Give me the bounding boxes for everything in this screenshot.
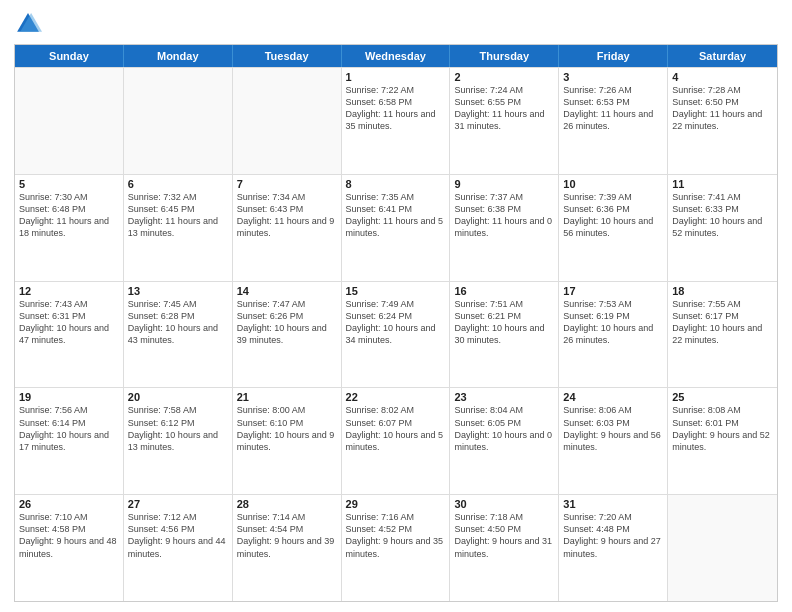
cell-info: Sunrise: 7:58 AM Sunset: 6:12 PM Dayligh… [128, 404, 228, 453]
calendar-cell: 8Sunrise: 7:35 AM Sunset: 6:41 PM Daylig… [342, 175, 451, 281]
day-number: 24 [563, 391, 663, 403]
cell-info: Sunrise: 7:18 AM Sunset: 4:50 PM Dayligh… [454, 511, 554, 560]
cell-info: Sunrise: 7:32 AM Sunset: 6:45 PM Dayligh… [128, 191, 228, 240]
day-number: 20 [128, 391, 228, 403]
calendar-cell: 21Sunrise: 8:00 AM Sunset: 6:10 PM Dayli… [233, 388, 342, 494]
cell-info: Sunrise: 8:08 AM Sunset: 6:01 PM Dayligh… [672, 404, 773, 453]
day-number: 3 [563, 71, 663, 83]
day-number: 5 [19, 178, 119, 190]
calendar-cell: 20Sunrise: 7:58 AM Sunset: 6:12 PM Dayli… [124, 388, 233, 494]
calendar-cell: 2Sunrise: 7:24 AM Sunset: 6:55 PM Daylig… [450, 68, 559, 174]
header-cell-monday: Monday [124, 45, 233, 67]
calendar-cell: 23Sunrise: 8:04 AM Sunset: 6:05 PM Dayli… [450, 388, 559, 494]
day-number: 25 [672, 391, 773, 403]
day-number: 22 [346, 391, 446, 403]
calendar-cell: 28Sunrise: 7:14 AM Sunset: 4:54 PM Dayli… [233, 495, 342, 601]
day-number: 8 [346, 178, 446, 190]
page: SundayMondayTuesdayWednesdayThursdayFrid… [0, 0, 792, 612]
day-number: 23 [454, 391, 554, 403]
calendar-row-1: 1Sunrise: 7:22 AM Sunset: 6:58 PM Daylig… [15, 67, 777, 174]
calendar-cell: 10Sunrise: 7:39 AM Sunset: 6:36 PM Dayli… [559, 175, 668, 281]
logo-icon [14, 10, 42, 38]
calendar-cell [668, 495, 777, 601]
header-cell-tuesday: Tuesday [233, 45, 342, 67]
calendar-cell: 15Sunrise: 7:49 AM Sunset: 6:24 PM Dayli… [342, 282, 451, 388]
header-cell-thursday: Thursday [450, 45, 559, 67]
cell-info: Sunrise: 7:51 AM Sunset: 6:21 PM Dayligh… [454, 298, 554, 347]
cell-info: Sunrise: 7:24 AM Sunset: 6:55 PM Dayligh… [454, 84, 554, 133]
cell-info: Sunrise: 7:41 AM Sunset: 6:33 PM Dayligh… [672, 191, 773, 240]
calendar-cell: 18Sunrise: 7:55 AM Sunset: 6:17 PM Dayli… [668, 282, 777, 388]
cell-info: Sunrise: 7:20 AM Sunset: 4:48 PM Dayligh… [563, 511, 663, 560]
cell-info: Sunrise: 8:02 AM Sunset: 6:07 PM Dayligh… [346, 404, 446, 453]
calendar-header: SundayMondayTuesdayWednesdayThursdayFrid… [15, 45, 777, 67]
cell-info: Sunrise: 7:10 AM Sunset: 4:58 PM Dayligh… [19, 511, 119, 560]
cell-info: Sunrise: 7:26 AM Sunset: 6:53 PM Dayligh… [563, 84, 663, 133]
cell-info: Sunrise: 7:49 AM Sunset: 6:24 PM Dayligh… [346, 298, 446, 347]
day-number: 10 [563, 178, 663, 190]
calendar-cell [124, 68, 233, 174]
cell-info: Sunrise: 7:14 AM Sunset: 4:54 PM Dayligh… [237, 511, 337, 560]
calendar-cell: 17Sunrise: 7:53 AM Sunset: 6:19 PM Dayli… [559, 282, 668, 388]
calendar-cell: 7Sunrise: 7:34 AM Sunset: 6:43 PM Daylig… [233, 175, 342, 281]
cell-info: Sunrise: 7:12 AM Sunset: 4:56 PM Dayligh… [128, 511, 228, 560]
calendar-cell: 13Sunrise: 7:45 AM Sunset: 6:28 PM Dayli… [124, 282, 233, 388]
day-number: 1 [346, 71, 446, 83]
cell-info: Sunrise: 7:39 AM Sunset: 6:36 PM Dayligh… [563, 191, 663, 240]
day-number: 19 [19, 391, 119, 403]
calendar-row-4: 19Sunrise: 7:56 AM Sunset: 6:14 PM Dayli… [15, 387, 777, 494]
day-number: 7 [237, 178, 337, 190]
day-number: 28 [237, 498, 337, 510]
cell-info: Sunrise: 7:56 AM Sunset: 6:14 PM Dayligh… [19, 404, 119, 453]
day-number: 16 [454, 285, 554, 297]
calendar-cell [15, 68, 124, 174]
calendar-cell: 12Sunrise: 7:43 AM Sunset: 6:31 PM Dayli… [15, 282, 124, 388]
header-cell-saturday: Saturday [668, 45, 777, 67]
calendar-cell [233, 68, 342, 174]
header-cell-wednesday: Wednesday [342, 45, 451, 67]
day-number: 13 [128, 285, 228, 297]
cell-info: Sunrise: 7:34 AM Sunset: 6:43 PM Dayligh… [237, 191, 337, 240]
cell-info: Sunrise: 7:35 AM Sunset: 6:41 PM Dayligh… [346, 191, 446, 240]
calendar-cell: 22Sunrise: 8:02 AM Sunset: 6:07 PM Dayli… [342, 388, 451, 494]
calendar-cell: 11Sunrise: 7:41 AM Sunset: 6:33 PM Dayli… [668, 175, 777, 281]
day-number: 9 [454, 178, 554, 190]
day-number: 29 [346, 498, 446, 510]
calendar-cell: 25Sunrise: 8:08 AM Sunset: 6:01 PM Dayli… [668, 388, 777, 494]
cell-info: Sunrise: 8:04 AM Sunset: 6:05 PM Dayligh… [454, 404, 554, 453]
day-number: 21 [237, 391, 337, 403]
day-number: 15 [346, 285, 446, 297]
day-number: 31 [563, 498, 663, 510]
calendar-cell: 26Sunrise: 7:10 AM Sunset: 4:58 PM Dayli… [15, 495, 124, 601]
calendar-cell: 27Sunrise: 7:12 AM Sunset: 4:56 PM Dayli… [124, 495, 233, 601]
calendar-cell: 19Sunrise: 7:56 AM Sunset: 6:14 PM Dayli… [15, 388, 124, 494]
header [14, 10, 778, 38]
calendar-row-5: 26Sunrise: 7:10 AM Sunset: 4:58 PM Dayli… [15, 494, 777, 601]
calendar-cell: 30Sunrise: 7:18 AM Sunset: 4:50 PM Dayli… [450, 495, 559, 601]
cell-info: Sunrise: 7:47 AM Sunset: 6:26 PM Dayligh… [237, 298, 337, 347]
calendar: SundayMondayTuesdayWednesdayThursdayFrid… [14, 44, 778, 602]
header-cell-friday: Friday [559, 45, 668, 67]
calendar-cell: 14Sunrise: 7:47 AM Sunset: 6:26 PM Dayli… [233, 282, 342, 388]
cell-info: Sunrise: 7:30 AM Sunset: 6:48 PM Dayligh… [19, 191, 119, 240]
cell-info: Sunrise: 7:55 AM Sunset: 6:17 PM Dayligh… [672, 298, 773, 347]
calendar-cell: 16Sunrise: 7:51 AM Sunset: 6:21 PM Dayli… [450, 282, 559, 388]
day-number: 17 [563, 285, 663, 297]
calendar-cell: 5Sunrise: 7:30 AM Sunset: 6:48 PM Daylig… [15, 175, 124, 281]
day-number: 30 [454, 498, 554, 510]
calendar-cell: 4Sunrise: 7:28 AM Sunset: 6:50 PM Daylig… [668, 68, 777, 174]
calendar-cell: 31Sunrise: 7:20 AM Sunset: 4:48 PM Dayli… [559, 495, 668, 601]
day-number: 18 [672, 285, 773, 297]
cell-info: Sunrise: 7:28 AM Sunset: 6:50 PM Dayligh… [672, 84, 773, 133]
day-number: 6 [128, 178, 228, 190]
calendar-cell: 9Sunrise: 7:37 AM Sunset: 6:38 PM Daylig… [450, 175, 559, 281]
cell-info: Sunrise: 7:53 AM Sunset: 6:19 PM Dayligh… [563, 298, 663, 347]
day-number: 27 [128, 498, 228, 510]
calendar-row-2: 5Sunrise: 7:30 AM Sunset: 6:48 PM Daylig… [15, 174, 777, 281]
cell-info: Sunrise: 8:00 AM Sunset: 6:10 PM Dayligh… [237, 404, 337, 453]
day-number: 12 [19, 285, 119, 297]
calendar-cell: 24Sunrise: 8:06 AM Sunset: 6:03 PM Dayli… [559, 388, 668, 494]
calendar-row-3: 12Sunrise: 7:43 AM Sunset: 6:31 PM Dayli… [15, 281, 777, 388]
logo [14, 10, 46, 38]
day-number: 14 [237, 285, 337, 297]
